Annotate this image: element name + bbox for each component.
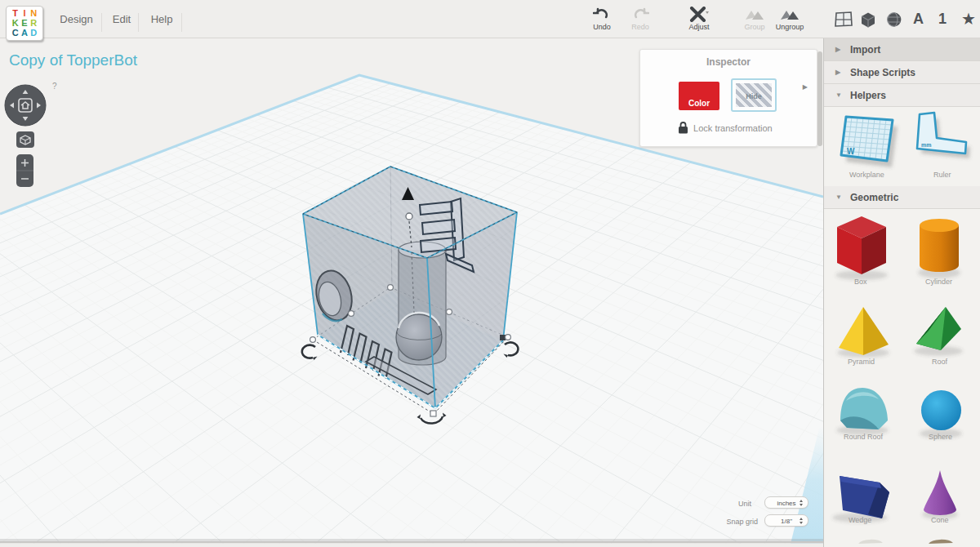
svg-text:Cylinder: Cylinder [925,278,952,286]
svg-text:W: W [847,147,855,156]
svg-text:Workplane: Workplane [849,171,884,179]
svg-text:Wedge: Wedge [849,516,871,524]
svg-text:Round Roof: Round Roof [844,433,884,441]
svg-text:mm: mm [921,142,931,148]
svg-text:Cone: Cone [931,516,949,524]
svg-text:Roof: Roof [932,358,948,366]
svg-text:Box: Box [854,278,867,286]
svg-text:?: ? [52,82,57,91]
svg-text:Sphere: Sphere [929,433,952,441]
svg-text:Pyramid: Pyramid [848,358,875,366]
svg-text:Ruler: Ruler [933,171,951,179]
